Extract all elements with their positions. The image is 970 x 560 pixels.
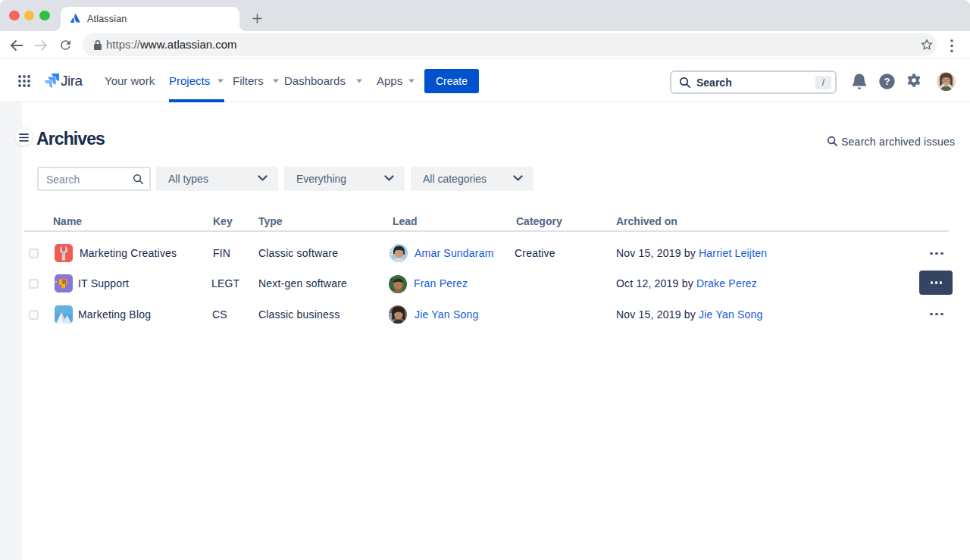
svg-text:?: ? [884,76,890,87]
